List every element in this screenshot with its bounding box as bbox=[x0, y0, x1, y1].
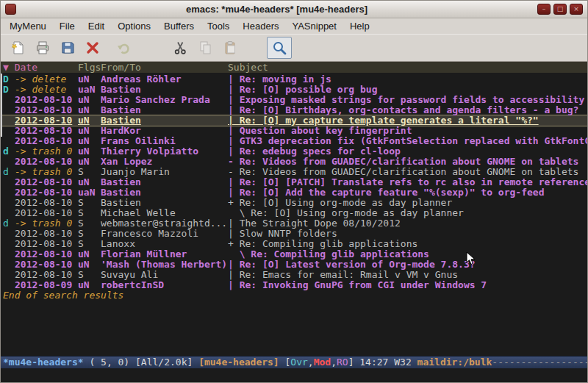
flags-cell: S bbox=[78, 167, 101, 177]
flags-cell: uN bbox=[78, 126, 101, 136]
message-row[interactable]: 2012-08-10 uN Florian Müllner \ Re: Comp… bbox=[1, 249, 587, 259]
maximize-button[interactable]: □ bbox=[553, 4, 567, 15]
modeline-segment: , bbox=[308, 357, 314, 368]
modeline-segment: [ bbox=[279, 357, 291, 368]
close-buffer-button[interactable] bbox=[80, 37, 105, 59]
message-row[interactable]: 2012-08-10 S Bastien + Re: [O] Using org… bbox=[1, 198, 587, 208]
message-row[interactable]: 2012-08-10 uN Bastien | Re: [O] my captu… bbox=[1, 115, 587, 126]
close-x-icon bbox=[85, 40, 101, 56]
modeline-segment: Mod bbox=[314, 357, 331, 368]
date-cell: 2012-08-10 bbox=[15, 187, 78, 198]
menu-file[interactable]: File bbox=[53, 19, 82, 33]
paste-button[interactable] bbox=[218, 37, 243, 59]
close-button[interactable]: × bbox=[570, 4, 583, 15]
flags-cell: S bbox=[78, 229, 101, 239]
date-cell: -> trash 0 bbox=[15, 146, 78, 157]
column-header-date[interactable]: ▼ Date bbox=[3, 62, 78, 73]
message-row[interactable]: 2012-08-10 S Suvayu Ali | Re: Emacs for … bbox=[1, 270, 587, 280]
message-row[interactable]: d -> trash 0 S Juanjo Marin - Re: Videos… bbox=[1, 167, 587, 177]
flags-cell: uN bbox=[78, 105, 101, 115]
mark-cell bbox=[3, 157, 15, 167]
subject-cell: | Slow NNTP folders bbox=[228, 229, 587, 239]
message-row[interactable]: 2012-08-10 uaN Bastien | Re: [O] Add the… bbox=[1, 187, 587, 198]
minimize-button[interactable]: – bbox=[537, 4, 551, 15]
from-cell: Florian Müllner bbox=[101, 249, 228, 259]
message-row[interactable]: d -> trash 0 uN Thierry Volpiatto | Re: … bbox=[1, 146, 587, 157]
menu-tools[interactable]: Tools bbox=[201, 19, 236, 33]
message-row[interactable]: D -> delete uaN Bastien | Re: [O] possib… bbox=[1, 85, 587, 95]
mark-cell bbox=[3, 259, 15, 270]
date-cell: 2012-08-10 bbox=[15, 229, 78, 239]
modeline: *mu4e-headers* ( 5, 0) [All/2.0k] [mu4e-… bbox=[1, 356, 587, 368]
subject-cell: - Re: Videos from GUADEC/clarification a… bbox=[228, 157, 587, 167]
from-cell: Bastien bbox=[101, 198, 228, 208]
copy-button[interactable] bbox=[193, 37, 218, 59]
mark-cell: d bbox=[3, 167, 15, 177]
mark-cell bbox=[3, 229, 15, 239]
modeline-segment: 14:27 W32 bbox=[359, 357, 417, 368]
mark-cell: D bbox=[3, 85, 15, 95]
column-header-subject[interactable]: Subject bbox=[228, 62, 587, 73]
flags-cell: uN bbox=[78, 280, 101, 290]
search-button[interactable] bbox=[267, 37, 292, 59]
flags-cell: S bbox=[78, 270, 101, 280]
column-header-from[interactable]: From/To bbox=[101, 62, 228, 73]
mark-cell: d bbox=[3, 218, 15, 229]
menu-options[interactable]: Options bbox=[111, 19, 157, 33]
copy-icon bbox=[198, 40, 214, 56]
menu-headers[interactable]: Headers bbox=[236, 19, 285, 33]
save-button[interactable] bbox=[55, 37, 80, 59]
message-row[interactable]: 2012-08-09 uN robertcInSD | Re: Invoking… bbox=[1, 280, 587, 290]
flags-cell: uN bbox=[78, 259, 101, 270]
modeline-segment: *mu4e-headers* bbox=[3, 357, 84, 368]
flags-cell: S bbox=[78, 198, 101, 208]
new-file-button[interactable] bbox=[5, 37, 30, 59]
message-row[interactable]: 2012-08-10 S Michael Welle \ Re: [O] Usi… bbox=[1, 208, 587, 218]
message-row[interactable]: 2012-08-10 uN Bastien | Re: [O] Birthday… bbox=[1, 105, 587, 115]
date-cell: 2012-08-10 bbox=[15, 105, 78, 115]
date-cell: 2012-08-09 bbox=[15, 280, 78, 290]
mark-cell bbox=[3, 105, 15, 115]
flags-cell: uN bbox=[78, 136, 101, 146]
from-cell: robertcInSD bbox=[101, 280, 228, 290]
message-row[interactable]: d -> trash 0 S webmaster@straightd... | … bbox=[1, 218, 587, 229]
column-header-line[interactable]: ▼ Date Flgs From/To Subject bbox=[1, 62, 587, 73]
from-cell: Bastien bbox=[101, 187, 228, 198]
undo-button[interactable] bbox=[111, 37, 136, 59]
scrollbar-thumb[interactable] bbox=[1, 74, 2, 137]
message-row[interactable]: 2012-08-10 uN Bastien | Re: [O] [PATCH] … bbox=[1, 177, 587, 187]
from-cell: Francesco Mazzoli bbox=[101, 229, 228, 239]
mark-cell bbox=[3, 115, 15, 126]
from-cell: Bastien bbox=[101, 177, 228, 187]
titlebar[interactable]: emacs: *mu4e-headers* [mu4e-headers] – □… bbox=[1, 1, 587, 18]
mark-cell bbox=[3, 239, 15, 249]
save-icon bbox=[60, 40, 76, 56]
message-row[interactable]: 2012-08-10 uN Mario Sanchez Prada | Expo… bbox=[1, 95, 587, 105]
modeline-segment: RO bbox=[337, 357, 348, 368]
menu-help[interactable]: Help bbox=[343, 19, 376, 33]
menu-edit[interactable]: Edit bbox=[82, 19, 111, 33]
from-cell: Bastien bbox=[101, 85, 228, 95]
minibuffer[interactable] bbox=[1, 368, 587, 382]
mark-cell bbox=[3, 270, 15, 280]
message-row[interactable]: 2012-08-10 uN 'Mash (Thomas Herbert) | R… bbox=[1, 259, 587, 270]
cut-button[interactable] bbox=[168, 37, 193, 59]
paste-clipboard-icon bbox=[223, 40, 239, 56]
message-row[interactable]: 2012-08-10 uN Xan Lopez - Re: Videos fro… bbox=[1, 157, 587, 167]
from-cell: 'Mash (Thomas Herbert) bbox=[101, 259, 228, 270]
print-button[interactable] bbox=[30, 37, 55, 59]
subject-cell: | Re: [O] my capture template generates … bbox=[228, 115, 587, 126]
message-row[interactable]: 2012-08-10 S Lanoxx + Re: Compiling glib… bbox=[1, 239, 587, 249]
subject-cell: | Re: Emacs for email: Rmail v VM v Gnus bbox=[228, 270, 587, 280]
message-row[interactable]: 2012-08-10 uN Frans Oilinki | GTK3 depre… bbox=[1, 136, 587, 146]
message-row[interactable]: D -> delete uN Andreas Röhler | Re: movi… bbox=[1, 74, 587, 85]
menu-mymenu[interactable]: MyMenu bbox=[3, 19, 53, 33]
from-cell: Thierry Volpiatto bbox=[101, 146, 228, 157]
message-row[interactable]: 2012-08-10 uN HardKor | Question about k… bbox=[1, 126, 587, 136]
window-controls: – □ × bbox=[537, 4, 583, 15]
message-row[interactable]: 2012-08-10 S Francesco Mazzoli | Slow NN… bbox=[1, 229, 587, 239]
column-header-flags[interactable]: Flgs bbox=[78, 62, 101, 73]
menu-yasnippet[interactable]: YASnippet bbox=[285, 19, 343, 33]
date-cell: -> delete bbox=[15, 74, 78, 85]
menu-buffers[interactable]: Buffers bbox=[157, 19, 201, 33]
